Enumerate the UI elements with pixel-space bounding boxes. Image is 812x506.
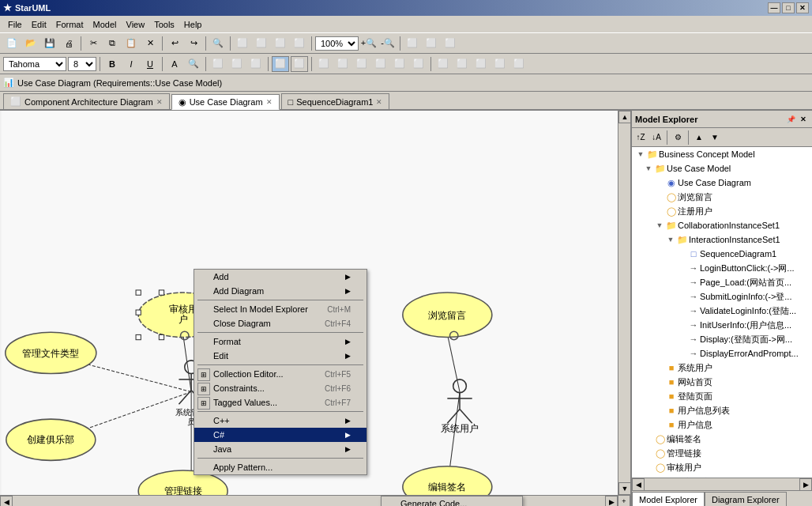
print-button[interactable]: 🖨 bbox=[60, 36, 77, 51]
explorer-scroll-h[interactable]: ◀ ▶ bbox=[632, 478, 812, 490]
tab-usecase[interactable]: ◉ Use Case Diagram ✕ bbox=[171, 94, 280, 110]
tree-item-interact[interactable]: ▼ 📁 InteractionInstanceSet1 bbox=[632, 232, 812, 247]
tab-component-close[interactable]: ✕ bbox=[156, 98, 163, 106]
tb-btn4[interactable]: ⬜ bbox=[291, 36, 308, 51]
undo-button[interactable]: ↩ bbox=[166, 36, 183, 51]
tree-item-validate[interactable]: ▶ → ValidateLoginInfo:(登陆... bbox=[632, 304, 812, 318]
zoom-out-button[interactable]: -🔍 bbox=[379, 36, 397, 51]
tree-item-reviewuser[interactable]: ▶ ◯ 审核用户 bbox=[632, 460, 812, 474]
menu-file[interactable]: File bbox=[3, 18, 27, 31]
delete-button[interactable]: ✕ bbox=[141, 36, 159, 51]
toggle-collab[interactable]: ▼ bbox=[654, 220, 665, 231]
exp-tab-diagram[interactable]: Diagram Explorer bbox=[705, 492, 787, 507]
underline-button[interactable]: U bbox=[141, 56, 159, 72]
tree-item-userinfo[interactable]: ▶ ■ 用户信息 bbox=[632, 417, 812, 432]
exp-settings[interactable]: ⚙ bbox=[671, 130, 685, 145]
menu-edit[interactable]: Edit bbox=[27, 18, 51, 31]
tree-item-sysuser[interactable]: ▶ ■ 系统用户 bbox=[632, 361, 812, 375]
tab-component[interactable]: ⬜ Component Architecture Diagram ✕ bbox=[3, 93, 170, 109]
ctx-select-explorer[interactable]: Select In Model Explorer Ctrl+M bbox=[194, 302, 367, 316]
save-button[interactable]: 💾 bbox=[41, 36, 58, 51]
tree-item-displayerr[interactable]: ▶ → DisplayErrorAndPrompt... bbox=[632, 346, 812, 361]
ctx-constraints[interactable]: ⊞ Constraints... Ctrl+F6 bbox=[194, 381, 367, 395]
exp-arrow-down[interactable]: ▼ bbox=[708, 130, 722, 145]
tree-item-ucd[interactable]: ▶ ◉ Use Case Diagram bbox=[632, 176, 812, 190]
explorer-close[interactable]: ✕ bbox=[798, 114, 809, 125]
menu-model[interactable]: Model bbox=[88, 18, 122, 31]
exp-sort-za[interactable]: ↓A bbox=[649, 130, 664, 145]
expand-button[interactable]: + bbox=[618, 495, 630, 506]
exp-tab-model[interactable]: Model Explorer bbox=[632, 492, 705, 507]
tb-misc1[interactable]: ⬜ bbox=[404, 36, 421, 51]
copy-button[interactable]: ⧉ bbox=[103, 36, 121, 51]
tb-btn2[interactable]: ⬜ bbox=[253, 36, 270, 51]
minimize-button[interactable]: — bbox=[768, 2, 780, 13]
tb-btn3[interactable]: ⬜ bbox=[272, 36, 289, 51]
size-combo[interactable]: 8 10 12 bbox=[68, 57, 96, 71]
cut-button[interactable]: ✂ bbox=[85, 36, 102, 51]
tb-btn1[interactable]: ⬜ bbox=[234, 36, 251, 51]
redo-button[interactable]: ↪ bbox=[185, 36, 202, 51]
toggle-bcm[interactable]: ▼ bbox=[635, 149, 646, 160]
ctx-collection-editor[interactable]: ⊞ Collection Editor... Ctrl+F5 bbox=[194, 367, 367, 381]
bold-button[interactable]: B bbox=[103, 56, 121, 72]
explorer-content[interactable]: ▼ 📁 Business Concept Model ▼ 📁 Use Case … bbox=[632, 147, 812, 478]
tree-item-userinfolist[interactable]: ▶ ■ 用户信息列表 bbox=[632, 403, 812, 417]
misc-btn9[interactable]: ⬜ bbox=[472, 56, 490, 72]
zoom-combo[interactable]: 100% 75% 50% 150% bbox=[315, 36, 359, 51]
scroll-up[interactable]: ▲ bbox=[618, 111, 630, 123]
misc-btn3[interactable]: ⬜ bbox=[353, 56, 370, 72]
exp-arrow-up[interactable]: ▲ bbox=[692, 130, 706, 145]
misc-btn2[interactable]: ⬜ bbox=[334, 56, 351, 72]
ctx-edit[interactable]: Edit ▶ bbox=[194, 349, 367, 363]
tab-usecase-close[interactable]: ✕ bbox=[266, 98, 273, 106]
tree-item-browse[interactable]: ▶ ◯ 浏览留言 bbox=[632, 190, 812, 204]
find-button[interactable]: 🔍 bbox=[209, 36, 227, 51]
align-right[interactable]: ⬜ bbox=[247, 56, 265, 72]
misc-btn1[interactable]: ⬜ bbox=[315, 56, 333, 72]
menu-help[interactable]: Help bbox=[179, 18, 207, 31]
align-left[interactable]: ⬜ bbox=[209, 56, 227, 72]
scroll-down[interactable]: ▼ bbox=[618, 482, 630, 495]
misc-btn8[interactable]: ⬜ bbox=[453, 56, 471, 72]
misc-btn11[interactable]: ⬜ bbox=[510, 56, 528, 72]
sub-generate-code[interactable]: Generate Code... bbox=[382, 497, 522, 506]
scroll-right[interactable]: ▶ bbox=[605, 496, 618, 506]
tree-item-submit[interactable]: ▶ → SubmitLoginInfo:(->登... bbox=[632, 289, 812, 304]
misc-btn7[interactable]: ⬜ bbox=[434, 56, 452, 72]
misc-btn10[interactable]: ⬜ bbox=[491, 56, 509, 72]
align-center[interactable]: ⬜ bbox=[228, 56, 246, 72]
open-button[interactable]: 📂 bbox=[22, 36, 39, 51]
maximize-button[interactable]: □ bbox=[782, 2, 795, 13]
tree-item-inituser[interactable]: ▶ → InitUserInfo:(用户信息... bbox=[632, 318, 812, 332]
tree-item-editsig[interactable]: ▶ ◯ 编辑签名 bbox=[632, 432, 812, 446]
exp-scroll-right[interactable]: ▶ bbox=[799, 478, 812, 491]
zoom-in-button[interactable]: +🔍 bbox=[360, 36, 378, 51]
diagram-area[interactable]: 审核用 户 浏览留言 管理文件类型 编辑签名 管理链接 bbox=[0, 111, 630, 506]
vscrollbar[interactable]: ▲ ▼ bbox=[618, 111, 630, 495]
draw-btn2[interactable]: ⬜ bbox=[291, 56, 308, 72]
toggle-ucm[interactable]: ▼ bbox=[643, 163, 654, 174]
tree-item-loginpage[interactable]: ▶ ■ 登陆页面 bbox=[632, 389, 812, 403]
ctx-csharp[interactable]: C# ▶ bbox=[194, 428, 367, 442]
misc-btn5[interactable]: ⬜ bbox=[391, 56, 408, 72]
tree-item-seq[interactable]: ▶ □ SequenceDiagram1 bbox=[632, 247, 812, 261]
tree-item-pageload[interactable]: ▶ → Page_Load:(网站首页... bbox=[632, 275, 812, 289]
tab-sequence[interactable]: □ SequenceDiagram1 ✕ bbox=[281, 93, 390, 109]
paste-button[interactable]: 📋 bbox=[122, 36, 140, 51]
scroll-track-v[interactable] bbox=[618, 123, 630, 482]
exp-sort-az[interactable]: ↑Z bbox=[633, 130, 648, 145]
explorer-pin[interactable]: 📌 bbox=[785, 114, 796, 125]
toggle-interact[interactable]: ▼ bbox=[665, 234, 676, 245]
ctx-format[interactable]: Format ▶ bbox=[194, 334, 367, 349]
hscrollbar[interactable]: ◀ ▶ bbox=[0, 495, 618, 506]
ctx-add-diagram[interactable]: Add Diagram ▶ bbox=[194, 284, 367, 298]
tree-item-display[interactable]: ▶ → Display:(登陆页面->网... bbox=[632, 332, 812, 346]
new-button[interactable]: 📄 bbox=[3, 36, 21, 51]
misc-btn6[interactable]: ⬜ bbox=[410, 56, 427, 72]
tb-misc2[interactable]: ⬜ bbox=[423, 36, 440, 51]
ctx-cpp[interactable]: C++ ▶ bbox=[194, 413, 367, 428]
tree-item-register[interactable]: ▶ ◯ 注册用户 bbox=[632, 204, 812, 218]
ctx-add[interactable]: Add ▶ bbox=[194, 270, 367, 284]
menu-format[interactable]: Format bbox=[51, 18, 88, 31]
